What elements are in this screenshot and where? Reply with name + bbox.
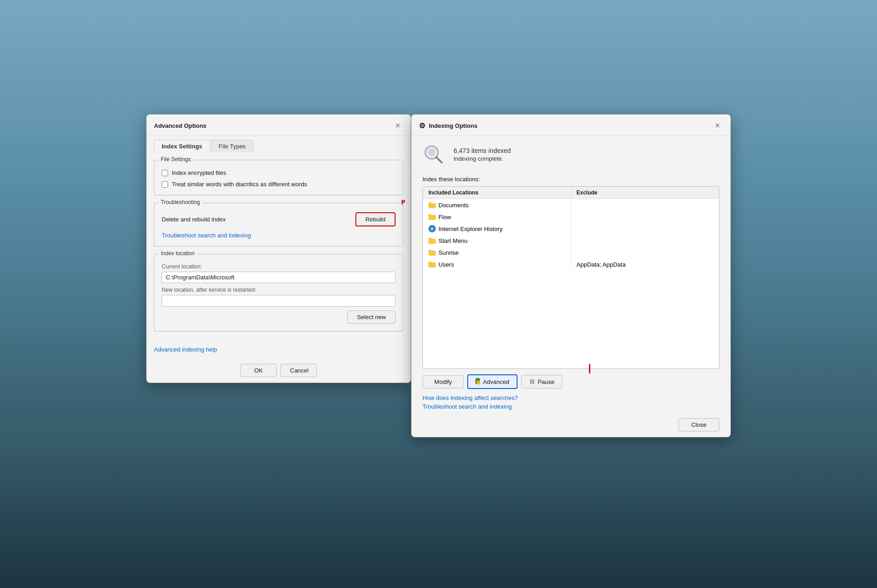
troubleshooting-title: Troubleshooting <box>159 199 202 205</box>
indexing-icon <box>423 143 444 165</box>
troubleshoot-link-advanced[interactable]: Troubleshoot search and indexing <box>162 232 251 239</box>
table-row-exclude <box>571 211 719 223</box>
encrypt-files-label: Index encrypted files <box>172 169 226 176</box>
shield-quadrant-br <box>476 381 480 384</box>
table-row: Sunrise <box>423 247 571 258</box>
rebuild-label: Delete and rebuild index <box>162 216 226 223</box>
exclude-value: AppData; AppData <box>576 261 626 268</box>
index-location-group: Index location Current location: New loc… <box>154 254 403 331</box>
folder-icon <box>428 262 436 268</box>
advanced-options-close-button[interactable]: ✕ <box>392 120 403 131</box>
table-row: Users <box>423 258 571 270</box>
rebuild-button[interactable]: Rebuild <box>355 212 396 226</box>
troubleshooting-group: Troubleshooting ᴾ Delete and rebuild ind… <box>154 203 403 247</box>
diacritics-row: Treat similar words with diacritics as d… <box>162 181 396 188</box>
location-name: Flow <box>438 214 451 220</box>
diacritics-label: Treat similar words with diacritics as d… <box>172 181 307 188</box>
advanced-button-label: Advanced <box>483 378 509 385</box>
folder-icon <box>428 202 436 208</box>
diacritics-checkbox[interactable] <box>162 181 168 188</box>
table-row: Flow <box>423 211 571 223</box>
current-location-label: Current location: <box>162 263 396 270</box>
ok-button[interactable]: OK <box>240 364 277 377</box>
troubleshoot-search-link[interactable]: Troubleshoot search and indexing <box>423 403 719 410</box>
advanced-options-dialog: Advanced Options ✕ Index Settings File T… <box>146 114 411 383</box>
annotation-1: | <box>588 362 591 374</box>
ie-icon: e <box>428 225 436 232</box>
folder-icon <box>428 238 436 244</box>
locations-table: Included Locations Exclude Documents Flo… <box>423 186 719 369</box>
advanced-button[interactable]: Advanced <box>467 374 518 389</box>
indexing-options-dialog: ⚙ Indexing Options ✕ 6,473 items indexed… <box>411 114 731 437</box>
location-name: Documents <box>438 202 469 209</box>
indexing-options-title: ⚙ Indexing Options <box>419 121 477 130</box>
advanced-options-title-bar: Advanced Options ✕ <box>147 115 411 136</box>
items-count: 6,473 items indexed <box>454 147 719 154</box>
rebuild-row: Delete and rebuild index Rebuild <box>162 212 396 226</box>
table-row: e Internet Explorer History <box>423 223 571 235</box>
indexing-buttons: Modify Advanced Pause <box>412 369 730 394</box>
pause-bar-right <box>533 379 534 384</box>
rebuild-wrapper: ᴾ Delete and rebuild index Rebuild <box>162 212 396 226</box>
indexing-footer: Close <box>412 414 730 437</box>
table-row-exclude: AppData; AppData <box>571 258 719 270</box>
table-row: Documents <box>423 199 571 211</box>
indexing-links: How does indexing affect searches? Troub… <box>412 394 730 414</box>
select-new-row: Select new <box>162 310 396 324</box>
file-settings-title: File Settings <box>159 156 193 163</box>
tab-index-settings[interactable]: Index Settings <box>154 140 210 153</box>
advanced-options-content: File Settings Index encrypted files Trea… <box>147 152 411 346</box>
indexing-options-close-button[interactable]: ✕ <box>712 120 723 131</box>
advanced-help-link[interactable]: Advanced indexing help <box>154 346 217 353</box>
location-name: Start Menu <box>438 237 468 244</box>
svg-line-3 <box>436 157 442 163</box>
indexing-gear-icon: ⚙ <box>419 121 425 130</box>
indexing-complete: Indexing complete. <box>454 155 719 162</box>
location-name: Internet Explorer History <box>438 226 502 232</box>
table-body: Documents Flow e Internet Explorer Histo… <box>423 199 719 363</box>
svg-point-2 <box>428 149 435 156</box>
advanced-help-link-container: Advanced indexing help <box>147 346 411 358</box>
close-button[interactable]: Close <box>678 418 719 431</box>
table-row-exclude <box>571 247 719 258</box>
table-row-exclude <box>571 199 719 211</box>
index-location-title: Index location <box>159 250 196 257</box>
advanced-options-footer: OK Cancel <box>147 358 411 383</box>
pause-button[interactable]: Pause <box>521 375 562 388</box>
annotation-p: ᴾ <box>401 199 405 210</box>
modify-button[interactable]: Modify <box>423 375 464 388</box>
folder-icon <box>428 214 436 220</box>
table-row-exclude <box>571 235 719 247</box>
table-header: Included Locations Exclude <box>423 187 719 199</box>
encrypt-files-checkbox[interactable] <box>162 170 168 176</box>
indexing-options-title-bar: ⚙ Indexing Options ✕ <box>412 115 730 136</box>
pause-bar-left <box>530 379 532 384</box>
cancel-button[interactable]: Cancel <box>280 364 317 377</box>
table-row-exclude <box>571 223 719 235</box>
select-new-button[interactable]: Select new <box>347 310 396 324</box>
table-row: Start Menu <box>423 235 571 247</box>
pause-button-label: Pause <box>538 378 555 385</box>
locations-label: Index these locations: <box>412 171 730 186</box>
shield-icon <box>475 378 480 385</box>
pause-icon <box>529 378 535 385</box>
tab-file-types[interactable]: File Types <box>211 140 254 152</box>
tabs-bar: Index Settings File Types <box>147 136 411 152</box>
new-location-label: New location, after service is restarted… <box>162 287 396 293</box>
location-name: Sunrise <box>438 249 459 256</box>
how-indexing-affects-link[interactable]: How does indexing affect searches? <box>423 394 719 401</box>
exclude-header: Exclude <box>571 187 719 199</box>
encrypt-files-row: Index encrypted files <box>162 169 396 176</box>
included-locations-header: Included Locations <box>423 187 571 199</box>
location-name: Users <box>438 261 454 268</box>
indexing-status: 6,473 items indexed Indexing complete. <box>454 147 719 162</box>
indexing-header: 6,473 items indexed Indexing complete. <box>412 136 730 171</box>
indexing-buttons-wrapper: | Modify Advanced <box>412 369 730 394</box>
advanced-options-title: Advanced Options <box>154 122 206 129</box>
new-location-input[interactable] <box>162 295 396 307</box>
file-settings-group: File Settings Index encrypted files Trea… <box>154 160 403 195</box>
folder-icon <box>428 250 436 256</box>
current-location-input[interactable] <box>162 272 396 283</box>
